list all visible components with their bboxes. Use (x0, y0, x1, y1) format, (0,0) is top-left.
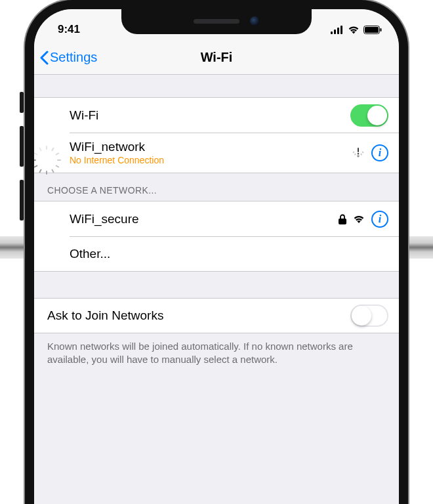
current-network-name: WiFi_network (70, 140, 164, 154)
device-notch (121, 9, 312, 34)
current-network-status: No Internet Connection (70, 155, 164, 165)
wifi-toggle[interactable] (350, 104, 388, 127)
wifi-warning-icon (352, 148, 365, 158)
svg-rect-2 (337, 28, 339, 34)
phone-frame: 9:41 (25, 0, 408, 504)
other-network-row[interactable]: Other... (34, 236, 399, 272)
network-row[interactable]: WiFi_secure i (34, 201, 399, 236)
svg-rect-6 (381, 28, 382, 32)
svg-rect-0 (331, 32, 333, 34)
wifi-toggle-row: Wi-Fi (34, 97, 399, 133)
ask-to-join-label: Ask to Join Networks (47, 308, 163, 323)
svg-rect-3 (340, 26, 342, 34)
ask-to-join-row: Ask to Join Networks (34, 298, 399, 333)
ask-to-join-footer: Known networks will be joined automatica… (34, 333, 399, 372)
back-label: Settings (50, 50, 97, 65)
current-network-row[interactable]: WiFi_network No Internet Connection i (34, 133, 399, 173)
spinner-icon (39, 146, 53, 160)
cellular-icon (331, 26, 344, 34)
wifi-toggle-label: Wi-Fi (70, 108, 98, 123)
svg-rect-1 (334, 30, 336, 34)
svg-point-8 (358, 153, 359, 154)
wifi-signal-icon (353, 215, 365, 224)
svg-rect-7 (358, 148, 359, 152)
choose-network-header: CHOOSE A NETWORK... (34, 173, 399, 201)
status-time: 9:41 (58, 23, 80, 36)
svg-rect-9 (339, 219, 346, 224)
ask-to-join-toggle[interactable] (350, 304, 388, 327)
info-button[interactable]: i (371, 211, 388, 228)
info-button[interactable]: i (371, 144, 388, 161)
navigation-bar: Settings Wi-Fi (34, 41, 399, 75)
svg-rect-5 (365, 27, 379, 33)
network-name: WiFi_secure (70, 212, 139, 226)
chevron-left-icon (39, 51, 49, 65)
back-button[interactable]: Settings (39, 41, 97, 74)
wifi-status-icon (348, 26, 360, 34)
battery-icon (363, 26, 382, 34)
lock-icon (339, 214, 346, 224)
other-label: Other... (70, 247, 110, 261)
